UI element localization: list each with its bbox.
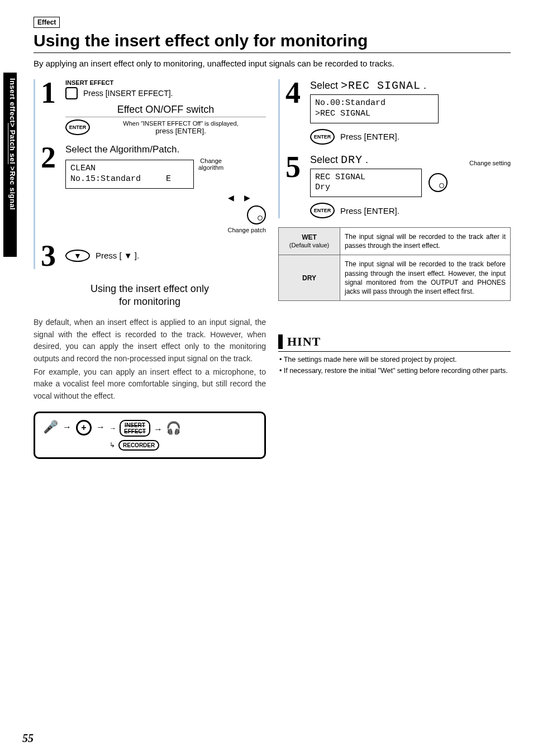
hint-block: HINT The settings made here will be stor… <box>278 334 511 376</box>
step-4: 4 Select >REC SIGNAL . No.00:Standard >R… <box>285 79 511 145</box>
step-1-num: 1 <box>41 79 60 135</box>
arrow-icon-3: → <box>154 422 163 434</box>
step-2: 2 Select the Algorithm/Patch. CLEAN No.1… <box>41 144 266 233</box>
step-3-num: 3 <box>41 242 60 270</box>
change-setting-label: Change setting <box>469 160 511 166</box>
mic-icon: 🎤 <box>43 420 58 434</box>
insert-effect-label: INSERT EFFECT <box>65 79 266 86</box>
s5-a: Select <box>310 154 341 165</box>
lr-arrows-icon: ◀▶ <box>228 193 250 202</box>
dry-header: DRY <box>279 255 340 301</box>
note-title-1: Using the insert effect only <box>91 283 209 294</box>
side-tab-line3: >Rec signal <box>8 164 17 210</box>
step-1-tiny2: press [ENTER]. <box>96 127 266 135</box>
wet-header: WET (Default value) <box>279 228 340 255</box>
intro-text: By applying an insert effect only to mon… <box>34 59 511 68</box>
title-rule <box>34 52 511 53</box>
wet-dry-table: WET (Default value) The input signal wil… <box>278 227 511 301</box>
step-2-lcd: CLEAN No.15:Standard E <box>65 160 194 189</box>
insert-effect-button-icon <box>65 87 78 99</box>
branch-up-icon: → <box>110 424 116 432</box>
step-4-num: 4 <box>285 79 304 145</box>
step-4-press: Press [ENTER]. <box>340 132 399 141</box>
s4-b: >REC SIGNAL <box>341 79 421 92</box>
hint-bullet-1: The settings made here will be stored pr… <box>285 355 511 365</box>
insert-effect-box: INSERT EFFECT <box>120 420 150 437</box>
page-title: Using the insert effect only for monitor… <box>34 31 511 50</box>
dial-icon-2 <box>429 173 448 192</box>
change-patch-label: Change patch <box>65 227 266 233</box>
side-tab-line2: > Patch sel <box>8 123 17 164</box>
dial-icon <box>247 205 266 224</box>
note-title-2: for monitoring <box>119 296 180 307</box>
step-5-press: Press [ENTER]. <box>340 206 399 216</box>
step-2-num: 2 <box>41 144 60 233</box>
step-1-tiny1: When "INSERT EFFECT Off" is displayed, <box>96 120 266 127</box>
page-number: 55 <box>22 732 34 745</box>
s5-c: . <box>363 154 368 165</box>
branch-down-icon: ↳ <box>110 441 115 449</box>
headphones-icon: 🎧 <box>166 421 181 436</box>
step-4-lcd: No.00:Standard >REC SIGNAL <box>310 94 439 123</box>
side-tab: Insert effect> Patch sel >Rec signal <box>3 73 17 257</box>
hint-rule <box>278 351 511 352</box>
side-tab-line1: Insert effect <box>8 78 17 123</box>
enter-button-icon-2: ENTER <box>310 129 335 145</box>
s4-a: Select <box>310 80 341 91</box>
category-box: Effect <box>34 17 60 28</box>
step-3: 3 ▼ Press [ ▼ ]. <box>41 242 266 270</box>
step-1: 1 INSERT EFFECT Press [INSERT EFFECT]. E… <box>41 79 266 135</box>
step-3-text: Press [ ▼ ]. <box>96 251 139 260</box>
change-algorithm-label: Change algorithm <box>198 157 223 171</box>
step-1-subtitle: Effect ON/OFF switch <box>65 104 266 117</box>
signal-flow-diagram: 🎤 → + → → INSERT EFFECT → 🎧 ↳ RECORDER <box>34 412 266 459</box>
down-button-icon: ▼ <box>65 250 90 262</box>
arrow-icon: → <box>63 420 72 432</box>
hint-bullet-2: If necessary, restore the initial "Wet" … <box>285 366 511 376</box>
step-5: 5 Select DRY . Change setting REC SIGNAL… <box>285 154 511 219</box>
step-2-text: Select the Algorithm/Patch. <box>65 144 266 155</box>
note-box: Using the insert effect only for monitor… <box>34 283 266 459</box>
s5-b: DRY <box>341 154 363 166</box>
step-5-num: 5 <box>285 154 304 219</box>
note-p2: For example, you can apply an insert eff… <box>34 366 266 403</box>
enter-button-icon: ENTER <box>65 119 90 135</box>
s4-c: . <box>421 80 426 91</box>
wet-desc: The input signal will be recorded to the… <box>340 228 511 255</box>
step-5-lcd: REC SIGNAL Dry <box>310 169 422 198</box>
enter-button-icon-3: ENTER <box>310 203 335 218</box>
dry-desc: The input signal will be recorded to the… <box>340 255 511 301</box>
arrow-icon-2: → <box>96 420 105 432</box>
input-jack-icon: + <box>76 420 92 436</box>
step-1-text: Press [INSERT EFFECT]. <box>83 89 173 98</box>
recorder-box: RECORDER <box>118 440 159 451</box>
note-p1: By default, when an insert effect is app… <box>34 317 266 365</box>
hint-title: HINT <box>278 334 511 349</box>
